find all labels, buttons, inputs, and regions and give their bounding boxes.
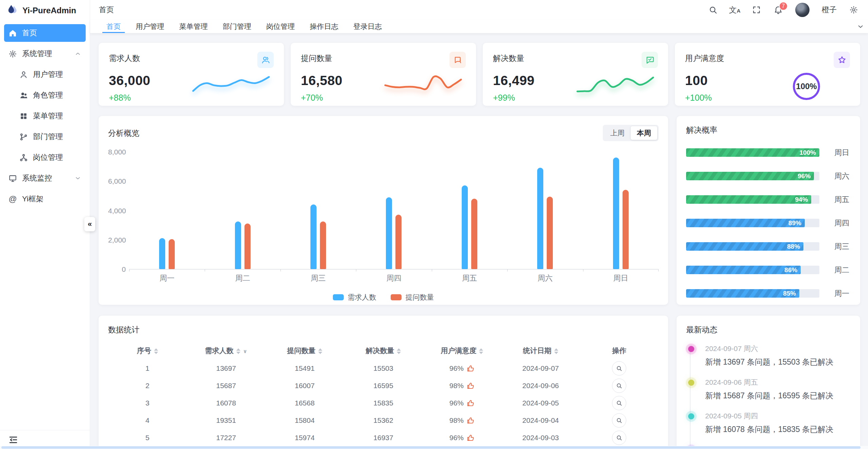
sidebar-item-菜单管理[interactable]: 菜单管理 <box>4 107 86 125</box>
sidebar-item-label: 首页 <box>22 28 37 38</box>
toggle-上周[interactable]: 上周 <box>604 126 631 140</box>
sidebar-item-部门管理[interactable]: 部门管理 <box>4 128 86 146</box>
sort-carets-icon[interactable] <box>554 348 558 354</box>
y-axis-tick-label: 4,000 <box>108 207 126 215</box>
legend-swatch <box>391 294 402 300</box>
legend-item-需求人数[interactable]: 需求人数 <box>333 293 376 302</box>
logo-drop-icon <box>6 4 18 17</box>
sort-carets-icon[interactable] <box>154 348 158 354</box>
cell-no: 5 <box>108 429 187 446</box>
sidebar-item-系统监控[interactable]: 系统监控 <box>4 169 86 187</box>
bar-group-周日: 周日 <box>583 152 659 269</box>
sort-carets-icon[interactable] <box>236 348 240 354</box>
sidebar-item-岗位管理[interactable]: 岗位管理 <box>4 149 86 166</box>
bottom-row: 数据统计 序号需求人数∨提问数量解决数量用户满意度统计日期操作113697154… <box>99 316 860 449</box>
progress-track: 96% <box>686 172 819 180</box>
solve-row-周五: 94%周五 <box>686 195 851 204</box>
sidebar-item-用户管理[interactable]: 用户管理 <box>4 66 86 83</box>
stat-card-delta: +100% <box>685 93 850 103</box>
cell-satisfaction: 98% <box>423 377 501 394</box>
app-root: Yi-PureAdmin 首页系统管理用户管理角色管理菜单管理部门管理岗位管理系… <box>0 0 868 449</box>
users-icon <box>257 52 274 68</box>
gear-icon <box>8 50 17 58</box>
solve-row-周二: 86%周二 <box>686 266 851 274</box>
bar-需求人数-周一 <box>159 238 165 269</box>
tabs-bar: 首页用户管理菜单管理部门管理岗位管理操作日志登录日志 <box>90 20 868 33</box>
legend-item-提问数量[interactable]: 提问数量 <box>391 293 434 302</box>
tab-登录日志[interactable]: 登录日志 <box>346 20 389 33</box>
menu-grid-icon <box>19 112 28 120</box>
settings-gear-icon[interactable] <box>849 5 858 15</box>
column-header-统计日期[interactable]: 统计日期 <box>501 342 580 360</box>
sort-carets-icon[interactable] <box>397 348 401 354</box>
chevron-down-icon <box>74 175 81 182</box>
sidebar-collapse-fab[interactable]: « <box>84 217 95 231</box>
tabs-chevron-down-icon[interactable] <box>853 23 868 30</box>
row-search-button[interactable] <box>612 361 626 376</box>
topbar: 首页 文A 7 橙子 <box>90 0 868 20</box>
cell-demand: 13697 <box>187 360 265 377</box>
sidebar-menu: 首页系统管理用户管理角色管理菜单管理部门管理岗位管理系统监控@Yi框架 <box>0 21 90 430</box>
plot-area: 周一周二周三周四周五周六周日 <box>129 152 659 269</box>
cell-satisfaction: 96% <box>423 429 501 446</box>
cell-solved: 15362 <box>344 412 423 429</box>
cell-solved: 15835 <box>344 394 423 412</box>
x-axis-tick <box>205 269 205 271</box>
legend-label: 需求人数 <box>348 293 376 302</box>
menu-fold-icon[interactable] <box>8 435 18 445</box>
avatar[interactable] <box>795 3 810 17</box>
row-search-button[interactable] <box>612 431 626 445</box>
row-search-button[interactable] <box>612 396 626 410</box>
horizontal-scrollbar <box>0 446 868 449</box>
sidebar-item-Yi框架[interactable]: @Yi框架 <box>4 190 86 208</box>
progress-fill: 100% <box>686 148 819 157</box>
bar-提问数量-周二 <box>244 223 251 269</box>
tab-用户管理[interactable]: 用户管理 <box>128 20 172 33</box>
column-header-用户满意度[interactable]: 用户满意度 <box>423 342 501 360</box>
progress-fill: 89% <box>686 219 805 227</box>
table-row: 215687160071659598%2024-09-06 <box>108 377 659 394</box>
tab-首页[interactable]: 首页 <box>99 20 128 33</box>
tab-菜单管理[interactable]: 菜单管理 <box>172 20 215 33</box>
sort-carets-icon[interactable] <box>479 348 483 354</box>
tab-岗位管理[interactable]: 岗位管理 <box>259 20 302 33</box>
header-chevron-down-icon[interactable]: ∨ <box>243 348 247 354</box>
x-axis-tick <box>280 269 281 271</box>
sort-carets-icon[interactable] <box>318 348 322 354</box>
progress-day-label: 周六 <box>834 171 849 181</box>
horizontal-scrollbar-thumb[interactable] <box>1 446 861 449</box>
fullscreen-icon[interactable] <box>752 5 761 15</box>
tab-操作日志[interactable]: 操作日志 <box>302 20 346 33</box>
x-axis-tick <box>658 269 659 271</box>
timeline-text: 新增 13697 条问题，15503 条已解决 <box>705 357 851 367</box>
chart-legend: 需求人数提问数量 <box>108 293 659 302</box>
bar-提问数量-周日 <box>623 190 629 269</box>
table-row: 113697154911550396%2024-09-07 <box>108 360 659 377</box>
notification-badge: 7 <box>779 2 788 11</box>
tab-部门管理[interactable]: 部门管理 <box>215 20 259 33</box>
sidebar-item-首页[interactable]: 首页 <box>4 24 86 42</box>
translate-icon[interactable]: 文A <box>730 5 739 15</box>
progress-fill: 96% <box>686 172 814 180</box>
sidebar-item-label: Yi框架 <box>22 194 44 204</box>
progress-day-label: 周一 <box>834 288 849 299</box>
progress-track: 86% <box>686 266 819 274</box>
x-axis-label: 周一 <box>159 273 174 283</box>
username[interactable]: 橙子 <box>822 5 837 15</box>
logo[interactable]: Yi-PureAdmin <box>0 0 90 21</box>
column-header-解决数量[interactable]: 解决数量 <box>344 342 423 360</box>
notifications-bell-icon[interactable]: 7 <box>773 5 783 15</box>
toggle-本周[interactable]: 本周 <box>631 126 657 140</box>
cell-demand: 15687 <box>187 377 265 394</box>
row-search-button[interactable] <box>612 379 626 393</box>
sidebar-item-系统管理[interactable]: 系统管理 <box>4 45 86 63</box>
sidebar-item-角色管理[interactable]: 角色管理 <box>4 86 86 104</box>
row-search-button[interactable] <box>612 413 626 428</box>
search-icon[interactable] <box>708 5 718 15</box>
legend-label: 提问数量 <box>406 293 434 302</box>
column-header-需求人数[interactable]: 需求人数∨ <box>187 342 265 360</box>
cell-no: 2 <box>108 377 187 394</box>
column-header-提问数量[interactable]: 提问数量 <box>266 342 344 360</box>
sidebar-item-label: 角色管理 <box>33 90 63 100</box>
column-header-序号[interactable]: 序号 <box>108 342 187 360</box>
